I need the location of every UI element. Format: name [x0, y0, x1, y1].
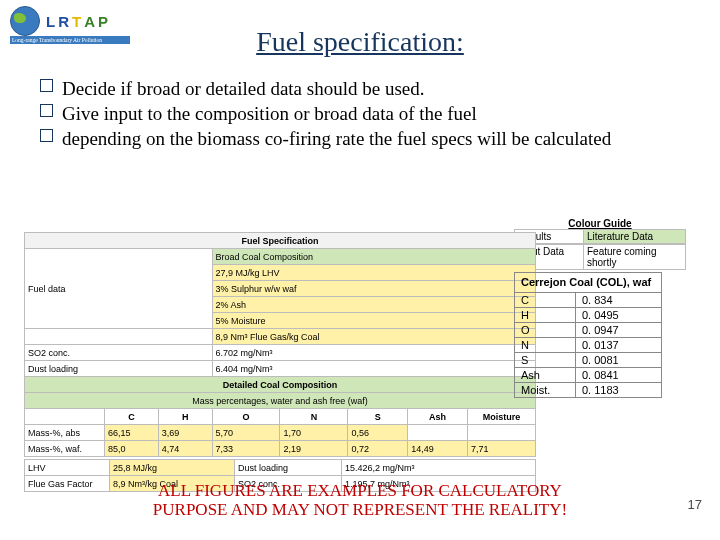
col-h: O [212, 409, 280, 425]
cell: 4,74 [158, 441, 212, 457]
cell: 14,49 [408, 441, 468, 457]
row-lab: Mass-%, abs [25, 425, 105, 441]
cell: 7,71 [468, 441, 536, 457]
broad-val: 6.404 mg/Nm³ [212, 361, 535, 377]
col-v: 0. 1183 [576, 383, 662, 398]
bullet-item: Decide if broad or detailed data should … [62, 76, 424, 101]
cell: 2,19 [280, 441, 348, 457]
col-v: 0. 0081 [576, 353, 662, 368]
broad-val: 5% Moisture [212, 313, 535, 329]
colour-guide: Colour Guide ResultsLiterature Data Inpu… [514, 218, 686, 270]
bullet-icon [40, 126, 62, 151]
bullet-list: Decide if broad or detailed data should … [40, 76, 680, 151]
fuel-spec-header: Fuel Specification [25, 233, 536, 249]
broad-val: 2% Ash [212, 297, 535, 313]
fuel-data-label: Fuel data [25, 249, 213, 329]
cell: 3,69 [158, 425, 212, 441]
broad-val: 6.702 mg/Nm³ [212, 345, 535, 361]
cell: 7,33 [212, 441, 280, 457]
col-h: C [105, 409, 159, 425]
cell [468, 425, 536, 441]
page-number: 17 [688, 497, 702, 512]
col-k: H [515, 308, 576, 323]
cell: 66,15 [105, 425, 159, 441]
col-k: C [515, 293, 576, 308]
col-k: Ash [515, 368, 576, 383]
cell: 1,70 [280, 425, 348, 441]
cell: 5,70 [212, 425, 280, 441]
col-h: Moisture [468, 409, 536, 425]
bullet-icon [40, 76, 62, 101]
lrtap-logo: LRTAP Long-range Transboundary Air Pollu… [10, 6, 130, 44]
col-k: S [515, 353, 576, 368]
col-k: O [515, 323, 576, 338]
col-k: Moist. [515, 383, 576, 398]
cg-feature: Feature coming shortly [584, 245, 685, 269]
col-k: N [515, 338, 576, 353]
disclaimer: ALL FIGURES ARE EXAMPLES FOR CALCULATORY… [0, 481, 720, 520]
globe-icon [10, 6, 40, 36]
lhv-val: 25,8 MJ/kg [110, 460, 235, 476]
dust-val: 15.426,2 mg/Nm³ [342, 460, 536, 476]
cell: 0,56 [348, 425, 408, 441]
cg-literature: Literature Data [584, 230, 685, 243]
bullet-icon [40, 101, 62, 126]
col-h: N [280, 409, 348, 425]
broad-val: 27,9 MJ/kg LHV [212, 265, 535, 281]
cell: 0,72 [348, 441, 408, 457]
col-v: 0. 834 [576, 293, 662, 308]
logo-tagline: Long-range Transboundary Air Pollution [10, 36, 130, 44]
dust-label: Dust loading [25, 361, 213, 377]
broad-val: 8,9 Nm³ Flue Gas/kg Coal [212, 329, 535, 345]
cell [408, 425, 468, 441]
disclaimer-line: ALL FIGURES ARE EXAMPLES FOR CALCULATORY [158, 481, 562, 500]
col-h: S [348, 409, 408, 425]
colour-guide-title: Colour Guide [514, 218, 686, 229]
cerrejon-table: Cerrejon Coal (COL), waf C0. 834 H0. 049… [514, 272, 662, 398]
cell: 85,0 [105, 441, 159, 457]
row-lab: Mass-%, waf. [25, 441, 105, 457]
broad-head: Broad Coal Composition [212, 249, 535, 265]
cerrejon-title: Cerrejon Coal (COL), waf [515, 273, 662, 293]
disclaimer-line: PURPOSE AND MAY NOT REPRESENT THE REALIT… [153, 500, 567, 519]
det-head: Detailed Coal Composition [25, 377, 536, 393]
dust-lab: Dust loading [235, 460, 342, 476]
col-v: 0. 0495 [576, 308, 662, 323]
spreadsheet: Fuel Specification Fuel data Broad Coal … [24, 232, 536, 492]
lrtap-wordmark: LRTAP [46, 13, 109, 30]
col-v: 0. 0947 [576, 323, 662, 338]
col-h [25, 409, 105, 425]
bullet-item: depending on the biomass co-firing rate … [62, 126, 611, 151]
col-h: Ash [408, 409, 468, 425]
det-sub: Mass percentages, water and ash free (wa… [25, 393, 536, 409]
col-v: 0. 0137 [576, 338, 662, 353]
broad-val: 3% Sulphur w/w waf [212, 281, 535, 297]
col-h: H [158, 409, 212, 425]
col-v: 0. 0841 [576, 368, 662, 383]
so2-label: SO2 conc. [25, 345, 213, 361]
bullet-item: Give input to the composition or broad d… [62, 101, 477, 126]
lhv-lab: LHV [25, 460, 110, 476]
